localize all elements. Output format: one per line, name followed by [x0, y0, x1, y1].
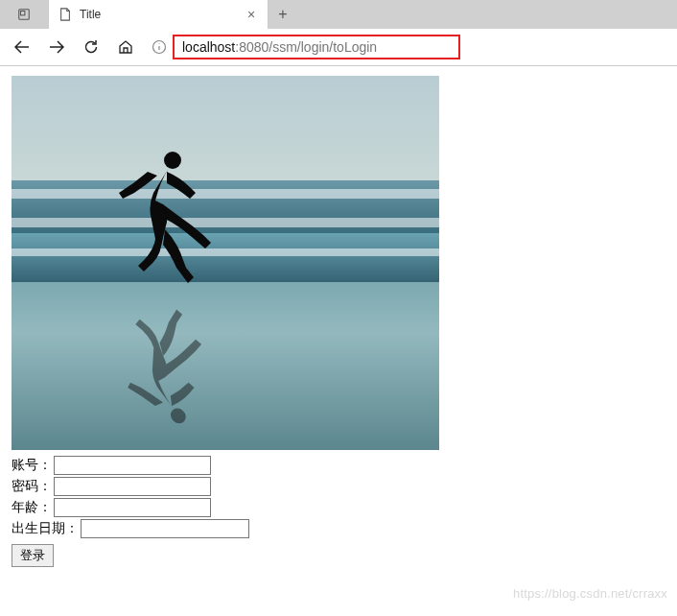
- svg-rect-1: [21, 12, 25, 15]
- account-label: 账号：: [12, 457, 52, 474]
- forward-button[interactable]: [42, 33, 71, 61]
- tab-bar: Title × +: [0, 0, 677, 29]
- back-button[interactable]: [8, 33, 36, 61]
- password-input[interactable]: [54, 477, 211, 496]
- browser-tab[interactable]: Title ×: [48, 0, 268, 29]
- hero-image: [12, 76, 439, 450]
- runner-reflection: [89, 306, 241, 431]
- new-tab-button[interactable]: +: [268, 0, 297, 29]
- password-label: 密码：: [12, 478, 52, 495]
- account-input[interactable]: [54, 456, 211, 475]
- login-button[interactable]: 登录: [12, 544, 54, 567]
- home-button[interactable]: [111, 33, 140, 61]
- browser-chrome: Title × + localhost:8080/ssm/login/toLog…: [0, 0, 677, 66]
- svg-point-3: [164, 152, 181, 169]
- runner-figure: [107, 143, 222, 287]
- refresh-button[interactable]: [77, 33, 105, 61]
- birth-input[interactable]: [81, 519, 249, 538]
- birth-label: 出生日期：: [12, 520, 79, 537]
- watermark-text: https://blog.csdn.net/crraxx: [513, 586, 667, 601]
- age-input[interactable]: [54, 498, 211, 517]
- close-icon[interactable]: ×: [245, 8, 258, 21]
- site-info-icon[interactable]: [152, 39, 167, 55]
- tab-strip-leading-icon: [0, 0, 48, 29]
- nav-bar: localhost:8080/ssm/login/toLogin: [0, 29, 677, 65]
- login-form: 账号： 密码： 年龄： 出生日期： 登录: [12, 456, 665, 567]
- age-row: 年龄：: [12, 498, 665, 517]
- url-highlight-box: localhost:8080/ssm/login/toLogin: [173, 35, 460, 59]
- svg-point-4: [170, 409, 187, 424]
- page-icon: [58, 8, 72, 21]
- url-text: localhost:8080/ssm/login/toLogin: [182, 39, 377, 55]
- url-host: localhost: [182, 39, 235, 55]
- page-content: 账号： 密码： 年龄： 出生日期： 登录: [0, 66, 677, 577]
- tab-title: Title: [80, 8, 237, 21]
- age-label: 年龄：: [12, 499, 52, 516]
- address-bar[interactable]: localhost:8080/ssm/login/toLogin: [146, 33, 669, 61]
- url-path: :8080/ssm/login/toLogin: [235, 39, 377, 55]
- password-row: 密码：: [12, 477, 665, 496]
- birth-row: 出生日期：: [12, 519, 665, 538]
- account-row: 账号：: [12, 456, 665, 475]
